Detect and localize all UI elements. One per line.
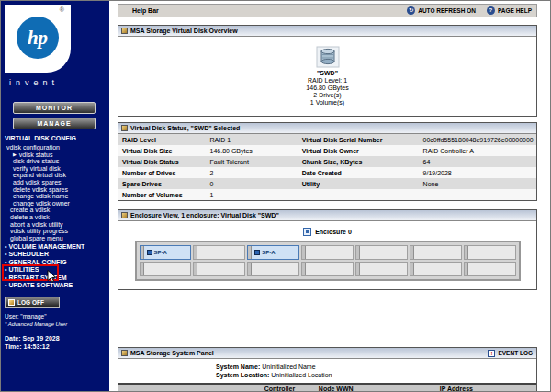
- status-label: Virtual Disk Status: [118, 156, 207, 167]
- sidebar-item-abort-a-vdisk-utility[interactable]: abort a vdisk utility: [1, 221, 109, 229]
- drive-bay-empty: [355, 245, 408, 260]
- time-value: 14:53:12: [24, 343, 50, 350]
- hp-logo: ® hp: [5, 5, 71, 73]
- sidebar-item-vdisk-configuration[interactable]: vdisk configuration: [1, 144, 109, 151]
- virtual-disk-icon[interactable]: [316, 46, 340, 68]
- event-log-label: EVENT LOG: [498, 350, 533, 356]
- sidebar-item-delete-a-vdisk[interactable]: delete a vdisk: [1, 214, 109, 221]
- event-log-button[interactable]: ! EVENT LOG: [488, 350, 533, 357]
- sidebar-item-expand-virtual-disk[interactable]: expand virtual disk: [1, 172, 109, 179]
- status-value: RAID 1: [207, 134, 298, 145]
- drive-bay-empty: [355, 262, 408, 276]
- status-column-header: [118, 384, 261, 392]
- mouse-cursor-icon: [47, 270, 58, 283]
- status-value: 0: [207, 178, 298, 189]
- controller-column-header: Controller: [261, 384, 315, 392]
- controller-table: Controller Node WWN IP Address Virtual D…: [118, 383, 536, 392]
- sidebar-item-verify-virtual-disk[interactable]: verify virtual disk: [1, 165, 109, 173]
- panel-title: MSA Storage Virtual Disk Overview: [130, 28, 238, 34]
- panel-cube-icon: [121, 125, 128, 131]
- system-name-value: Uninitialized Name: [262, 364, 315, 370]
- hp-invent-tagline: invent: [9, 78, 59, 87]
- status-label: [298, 189, 420, 200]
- manage-button[interactable]: MANAGE: [13, 118, 96, 129]
- enclosure-label: Enclosure 0: [315, 229, 352, 235]
- sidebar-item-vdisk-status[interactable]: ▶ vdisk status: [1, 151, 109, 159]
- drive-bay-spa[interactable]: SP-A: [247, 245, 299, 260]
- log-off-button[interactable]: LOG OFF: [5, 297, 60, 308]
- sidebar-item-update-software[interactable]: UPDATE SOFTWARE: [1, 282, 109, 289]
- current-item-marker-icon: ▶: [13, 151, 17, 157]
- status-label: Spare Drives: [118, 178, 207, 189]
- status-value: RAID Controller A: [420, 145, 536, 156]
- page-help-button[interactable]: ? PAGE HELP: [487, 6, 532, 15]
- node-wwn-column-header: Node WWN: [315, 384, 436, 392]
- enclosure-view-body: Enclosure 0 SP-A SP-A: [118, 221, 536, 289]
- system-location-label: System Location:: [216, 372, 269, 378]
- drive-bay-empty: [193, 245, 245, 260]
- virtual-disk-status-panel: Virtual Disk Status, "SWD" Selected RAID…: [118, 122, 537, 201]
- panel-cube-icon: [121, 350, 128, 356]
- sidebar: ® hp invent MONITOR MANAGE VIRTUAL DISK …: [1, 1, 109, 391]
- status-value: [420, 189, 536, 200]
- enclosure-label-row: Enclosure 0: [118, 228, 536, 236]
- auto-refresh-button[interactable]: ↻ AUTO REFRESH ON: [407, 6, 476, 15]
- virtual-disk-overview-panel: MSA Storage Virtual Disk Overview "SWD" …: [118, 25, 537, 117]
- main-content: Help Bar ↻ AUTO REFRESH ON ? PAGE HELP M…: [118, 1, 537, 392]
- time-label: Time:: [5, 343, 22, 350]
- status-value: None: [420, 178, 536, 189]
- system-name-label: System Name:: [216, 364, 260, 370]
- sidebar-item-scheduler[interactable]: SCHEDULER: [1, 251, 109, 258]
- user-type-text: * Advanced Manage User: [5, 320, 67, 328]
- status-value: Fault Tolerant: [207, 156, 298, 167]
- enclosure-icon: [303, 228, 311, 236]
- system-panel-body: System Name: Uninitialized Name System L…: [118, 359, 536, 392]
- system-panel-header: MSA Storage System Panel ! EVENT LOG: [118, 348, 536, 359]
- status-value: 2: [207, 167, 298, 178]
- sidebar-item-disk-drive-status[interactable]: disk drive status: [1, 158, 109, 165]
- log-off-label: LOG OFF: [17, 299, 44, 306]
- virtual-disk-status-header: Virtual Disk Status, "SWD" Selected: [118, 123, 536, 134]
- virtual-disk-name: "SWD": [317, 70, 338, 77]
- drive-bay-label: SP-A: [262, 250, 275, 255]
- sidebar-item-delete-vdisk-spares[interactable]: delete vdisk spares: [1, 186, 109, 194]
- panel-title: Enclosure View, 1 enclosure: Virtual Dis…: [130, 212, 279, 218]
- raid-level-line: RAID Level: 1: [308, 77, 347, 84]
- status-label: Virtual Disk Owner: [298, 145, 420, 156]
- enclosure-view-header: Enclosure View, 1 enclosure: Virtual Dis…: [118, 210, 536, 221]
- disk-size-line: 146.80 GBytes: [306, 84, 348, 92]
- sidebar-item-vdisk-utility-progress[interactable]: vdisk utility progress: [1, 228, 109, 235]
- sidebar-item-add-vdisk-spares[interactable]: add vdisk spares: [1, 179, 109, 186]
- date-line: Date: Sep 19 2028: [5, 335, 60, 343]
- registered-mark-icon: ®: [60, 6, 64, 13]
- user-name-text: User: "manage": [5, 313, 67, 320]
- status-label: Virtual Disk Size: [118, 145, 207, 156]
- virtual-disk-overview-body: "SWD" RAID Level: 1 146.80 GBytes 2 Driv…: [118, 37, 536, 116]
- auto-refresh-icon: ↻: [407, 6, 415, 15]
- sidebar-item-volume-management[interactable]: VOLUME MANAGEMENT: [1, 243, 109, 251]
- time-line: Time: 14:53:12: [5, 343, 60, 352]
- sidebar-item-global-spare-menu[interactable]: global spare menu: [1, 235, 109, 242]
- drive-bay-spa[interactable]: SP-A: [140, 245, 192, 260]
- help-bar: Help Bar ↻ AUTO REFRESH ON ? PAGE HELP: [118, 4, 537, 17]
- status-value: 146.80 GBytes: [207, 145, 298, 156]
- status-value: 9/19/2028: [420, 167, 536, 178]
- monitor-button[interactable]: MONITOR: [13, 102, 96, 114]
- drive-bay-empty: [410, 262, 462, 276]
- drive-bay-empty: [410, 245, 462, 260]
- date-time: Date: Sep 19 2028 Time: 14:53:12: [5, 335, 60, 351]
- sidebar-item-change-vdisk-owner[interactable]: change vdisk owner: [1, 200, 109, 207]
- sidebar-item-create-a-vdisk[interactable]: create a vdisk: [1, 207, 109, 214]
- sidebar-item-change-vdisk-name[interactable]: change vdisk name: [1, 193, 109, 200]
- system-name-line: System Name: Uninitialized Name: [118, 363, 536, 371]
- drive-count-line: 2 Drive(s): [313, 92, 341, 99]
- virtual-disk-status-table: RAID Level RAID 1 Virtual Disk Serial Nu…: [118, 134, 536, 200]
- help-bar-buttons: ↻ AUTO REFRESH ON ? PAGE HELP: [407, 6, 532, 15]
- panel-cube-icon: [121, 212, 128, 218]
- user-info: User: "manage" * Advanced Manage User: [5, 313, 67, 328]
- sidebar-menu: vdisk configuration ▶ vdisk status disk …: [1, 144, 109, 241]
- status-label: Virtual Disk Serial Number: [298, 134, 420, 145]
- auto-refresh-label: AUTO REFRESH ON: [418, 7, 476, 14]
- hp-logo-text: hp: [28, 27, 48, 50]
- system-location-value: Uninitialized Location: [271, 372, 332, 378]
